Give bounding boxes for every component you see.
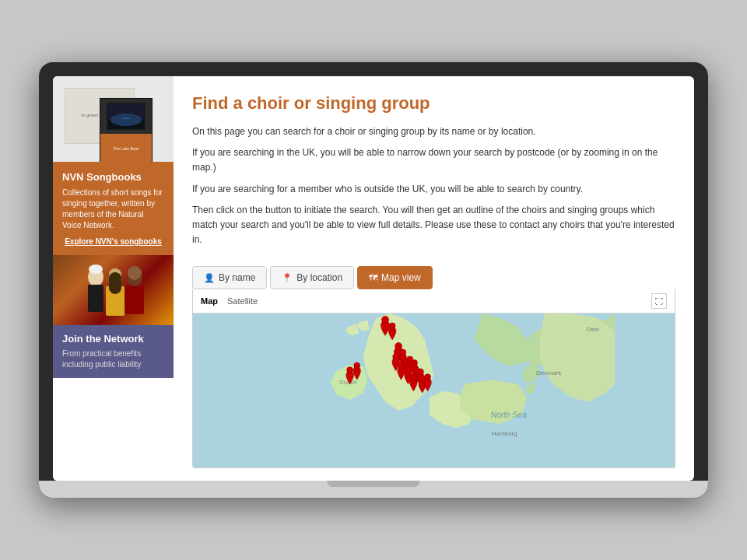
sidebar-join-box: Join the Network From practical benefits… [53, 325, 174, 378]
svg-text:Oslo: Oslo [587, 326, 600, 333]
map-toolbar-map[interactable]: Map [201, 296, 218, 306]
tab-by-name[interactable]: 👤 By name [192, 266, 267, 289]
tab-by-location[interactable]: 📍 By location [270, 266, 354, 289]
intro-paragraph-3: If you are searching for a member who is… [192, 182, 675, 197]
svg-point-24 [393, 354, 399, 360]
book-front-bottom: The Lake Book [100, 134, 152, 162]
sidebar-songbooks-desc: Collections of short songs for singing t… [62, 187, 164, 231]
svg-rect-13 [125, 286, 144, 314]
sidebar-songbooks-title: NVN Songbooks [62, 171, 164, 183]
svg-point-29 [405, 367, 412, 373]
map-container: Map Satellite ⛶ [192, 289, 675, 468]
book-front-top [100, 99, 152, 134]
svg-point-23 [400, 349, 406, 355]
svg-point-7 [89, 264, 103, 274]
svg-point-28 [412, 360, 418, 366]
sidebar-join-desc: From practical benefits including public… [62, 348, 164, 370]
svg-point-14 [128, 266, 142, 280]
svg-point-35 [347, 367, 353, 373]
svg-rect-5 [88, 285, 103, 312]
svg-point-31 [417, 369, 423, 375]
sidebar-books-image: to green the earth [53, 76, 174, 162]
map-toolbar-satellite[interactable]: Satellite [227, 296, 258, 306]
svg-point-36 [354, 362, 360, 369]
intro-paragraph-1: On this page you can search for a choir … [192, 124, 675, 139]
sidebar-songbooks-box: NVN Songbooks Collections of short songs… [53, 162, 174, 255]
svg-point-20 [382, 317, 389, 324]
book-front: The Lake Book [100, 98, 153, 162]
map-fullscreen-button[interactable]: ⛶ [651, 293, 667, 309]
svg-text:Denmark: Denmark [536, 370, 561, 377]
svg-point-34 [425, 374, 431, 380]
map-label-north-sea: North Sea [491, 411, 527, 419]
tab-by-location-label: By location [296, 272, 342, 283]
laptop-frame: to green the earth [39, 62, 708, 498]
tab-map-view[interactable]: 🗺 Map view [357, 266, 433, 289]
svg-rect-11 [109, 272, 121, 294]
laptop-base [39, 481, 708, 498]
map-icon: 🗺 [369, 273, 377, 282]
intro-paragraph-4: Then click on the button to initiate the… [192, 203, 675, 248]
svg-text:Hamburg: Hamburg [492, 430, 517, 437]
person-icon: 👤 [204, 273, 215, 283]
svg-point-26 [398, 362, 405, 369]
tab-map-view-label: Map view [381, 272, 421, 283]
intro-paragraph-2: If you are searching in the UK, you will… [192, 145, 675, 175]
sidebar-join-image [53, 255, 174, 325]
page-title: Find a choir or singing group [192, 93, 675, 114]
sidebar: to green the earth [53, 76, 174, 481]
sidebar-songbooks-link[interactable]: Explore NVN's songbooks [62, 237, 164, 246]
tab-by-name-label: By name [219, 272, 255, 283]
map-toolbar: Map Satellite ⛶ [193, 289, 675, 313]
svg-point-22 [395, 343, 402, 350]
main-content: Find a choir or singing group On this pa… [174, 76, 694, 481]
map-svg-area[interactable]: North Sea Dublin Denmark Hamburg Oslo [193, 313, 675, 468]
svg-point-21 [389, 323, 395, 329]
sidebar-join-title: Join the Network [62, 333, 164, 345]
browser-window: to green the earth [53, 76, 694, 481]
svg-point-2 [110, 114, 142, 126]
location-pin-icon: 📍 [282, 273, 293, 283]
svg-point-32 [410, 374, 416, 380]
svg-rect-3 [122, 118, 130, 119]
fullscreen-icon: ⛶ [655, 297, 663, 306]
tabs-row: 👤 By name 📍 By location 🗺 Map view [192, 266, 675, 289]
